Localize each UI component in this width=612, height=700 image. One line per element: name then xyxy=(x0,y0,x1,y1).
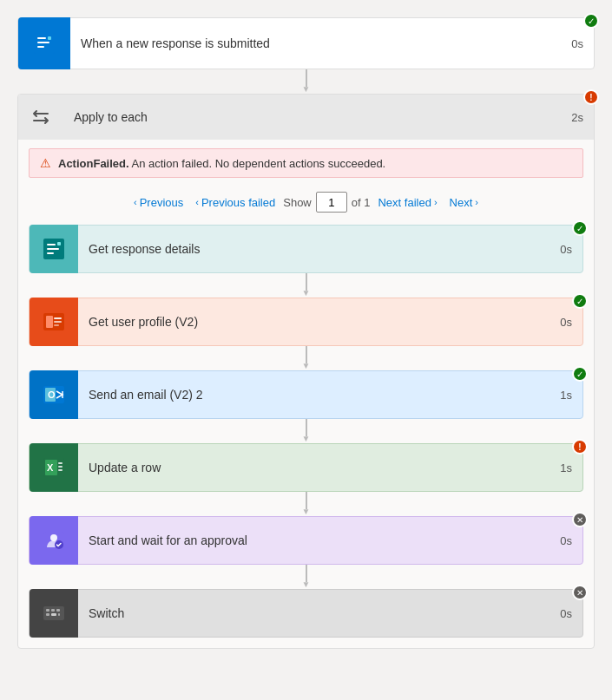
next-label: Next xyxy=(450,196,473,209)
next-chevron-icon: › xyxy=(475,197,478,207)
update-row-icon-box: X xyxy=(30,443,78,492)
error-banner: ⚠ ActionFailed. An action failed. No dep… xyxy=(29,148,583,178)
approval-timing: 0s xyxy=(549,534,582,547)
error-text: An action failed. No dependent actions s… xyxy=(129,157,386,170)
update-row-label: Update a row xyxy=(78,461,549,474)
get-response-label: Get response details xyxy=(78,242,549,256)
previous-label: Previous xyxy=(140,196,184,209)
connector-3 xyxy=(29,346,583,370)
svg-rect-31 xyxy=(56,609,60,612)
get-user-profile-badge: ✓ xyxy=(572,293,588,309)
svg-rect-2 xyxy=(37,42,49,43)
svg-rect-33 xyxy=(51,613,56,616)
error-prefix: ActionFailed. xyxy=(58,157,129,170)
connector-6 xyxy=(29,565,583,589)
get-response-badge: ✓ xyxy=(572,220,588,236)
of-label: of 1 xyxy=(352,196,371,209)
switch-badge: ✕ xyxy=(572,585,588,600)
previous-failed-button[interactable]: ‹ Previous failed xyxy=(191,194,280,211)
svg-text:X: X xyxy=(47,462,54,473)
svg-rect-23 xyxy=(58,466,63,468)
get-response-timing: 0s xyxy=(549,243,582,256)
loop-timing: 2s xyxy=(561,111,594,124)
prev-failed-chevron-icon: ‹ xyxy=(195,197,199,207)
switch-timing: 0s xyxy=(549,607,582,620)
previous-failed-label: Previous failed xyxy=(201,196,275,209)
connector-4 xyxy=(29,419,583,443)
next-failed-label: Next failed xyxy=(378,196,431,209)
nav-bar: ‹ Previous ‹ Previous failed Show of 1 N… xyxy=(29,186,583,218)
trigger-block[interactable]: When a new response is submitted 0s ✓ xyxy=(17,17,595,69)
svg-point-26 xyxy=(50,534,57,541)
trigger-success-badge: ✓ xyxy=(583,13,599,29)
svg-rect-30 xyxy=(51,609,55,612)
previous-chevron-icon: ‹ xyxy=(134,197,137,207)
next-failed-chevron-icon: › xyxy=(434,197,438,207)
send-email-icon-box: O xyxy=(30,370,78,419)
connector-1 xyxy=(17,69,595,94)
actions-list: Get response details 0s ✓ Get xyxy=(18,225,594,648)
svg-rect-22 xyxy=(58,462,63,464)
show-input-wrap: Show of 1 xyxy=(283,192,370,213)
svg-rect-32 xyxy=(46,613,49,616)
trigger-icon-box xyxy=(18,17,70,69)
previous-button[interactable]: ‹ Previous xyxy=(129,194,188,211)
trigger-timing: 0s xyxy=(561,37,594,50)
svg-rect-12 xyxy=(54,317,62,319)
connector-2 xyxy=(29,273,583,298)
svg-rect-6 xyxy=(47,244,56,245)
svg-rect-34 xyxy=(58,613,60,616)
action-switch[interactable]: Switch 0s ✕ xyxy=(29,589,583,638)
next-failed-button[interactable]: Next failed › xyxy=(373,194,441,211)
show-label: Show xyxy=(283,196,312,209)
loop-container: Apply to each 2s ! ⚠ ActionFailed. An ac… xyxy=(17,94,595,649)
action-get-response[interactable]: Get response details 0s ✓ xyxy=(29,225,583,273)
loop-error-badge: ! xyxy=(583,89,599,105)
get-response-icon-box xyxy=(30,225,78,273)
loop-icon-box xyxy=(18,95,63,140)
svg-rect-13 xyxy=(54,321,62,323)
approval-label: Start and wait for an approval xyxy=(78,533,549,547)
update-row-timing: 1s xyxy=(549,461,582,474)
svg-text:O: O xyxy=(48,389,56,400)
svg-rect-7 xyxy=(47,248,59,250)
svg-rect-29 xyxy=(46,609,49,612)
get-user-profile-icon-box xyxy=(30,298,78,346)
action-get-user-profile[interactable]: Get user profile (V2) 0s ✓ xyxy=(29,298,583,346)
svg-rect-1 xyxy=(37,37,46,39)
connector-5 xyxy=(29,492,583,516)
switch-label: Switch xyxy=(78,606,549,620)
loop-header[interactable]: Apply to each 2s ! xyxy=(18,95,594,140)
canvas: When a new response is submitted 0s ✓ Ap… xyxy=(17,17,595,683)
action-update-row[interactable]: X Update a row 1s ! xyxy=(29,443,583,492)
svg-rect-9 xyxy=(57,242,61,245)
action-approval[interactable]: Start and wait for an approval 0s ✕ xyxy=(29,516,583,565)
warn-icon: ⚠ xyxy=(40,156,51,170)
send-email-label: Send an email (V2) 2 xyxy=(78,388,549,402)
send-email-timing: 1s xyxy=(549,389,582,402)
approval-badge: ✕ xyxy=(572,512,588,527)
svg-rect-3 xyxy=(37,46,44,48)
action-send-email[interactable]: O Send an email (V2) 2 1s ✓ xyxy=(29,370,583,419)
svg-rect-14 xyxy=(54,324,59,326)
next-button[interactable]: Next › xyxy=(445,194,483,211)
get-user-profile-timing: 0s xyxy=(549,316,582,329)
get-user-profile-label: Get user profile (V2) xyxy=(78,315,549,329)
svg-rect-4 xyxy=(48,36,51,40)
trigger-label: When a new response is submitted xyxy=(70,36,561,50)
svg-rect-11 xyxy=(46,316,53,328)
approval-icon-box xyxy=(30,516,78,565)
error-message: ActionFailed. An action failed. No depen… xyxy=(58,157,385,170)
switch-icon-box xyxy=(30,589,78,638)
svg-rect-8 xyxy=(47,252,54,254)
update-row-badge: ! xyxy=(572,439,588,455)
show-input[interactable] xyxy=(316,192,347,213)
loop-label: Apply to each xyxy=(63,110,561,124)
send-email-badge: ✓ xyxy=(572,366,588,382)
svg-rect-24 xyxy=(58,469,63,471)
